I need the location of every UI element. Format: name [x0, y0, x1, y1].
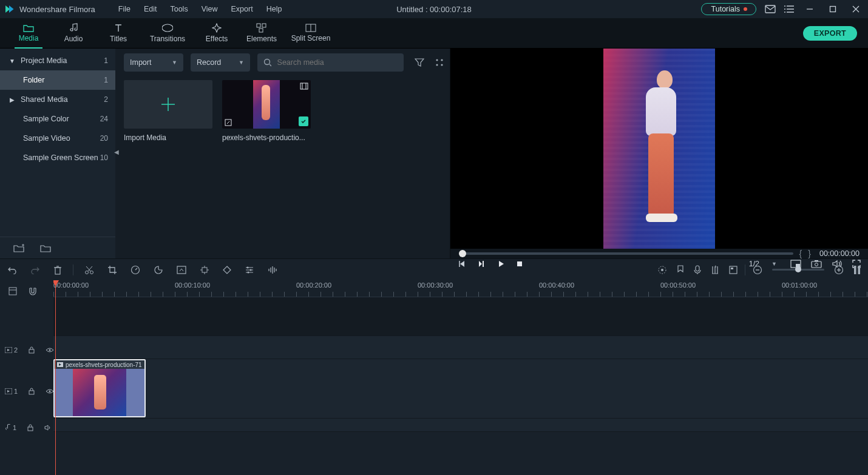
render-button[interactable]: [657, 265, 667, 275]
playhead[interactable]: [55, 280, 56, 475]
timeline-options-icon[interactable]: [8, 287, 17, 295]
play-icon: [57, 362, 63, 367]
tab-transitions[interactable]: Transitions: [141, 18, 194, 49]
timeline: 2 1 1 00:00:00:00 00:00:10:00 00:00:20:0…: [0, 280, 868, 475]
adjust-button[interactable]: [245, 266, 254, 274]
chevron-right-icon: ▶: [8, 96, 16, 103]
svg-rect-84: [28, 427, 33, 431]
sidebar-item-folder[interactable]: Folder 1: [0, 70, 115, 90]
new-folder-plus-icon[interactable]: [13, 244, 24, 252]
svg-rect-11: [257, 24, 260, 27]
split-button[interactable]: [84, 265, 94, 275]
tutorials-button[interactable]: Tutorials: [701, 3, 756, 15]
lock-icon[interactable]: [29, 388, 35, 395]
mail-icon[interactable]: [765, 5, 776, 13]
tab-elements[interactable]: Elements: [239, 18, 284, 49]
sidebar-item-label: Shared Media: [21, 95, 68, 104]
media-clip-card[interactable]: pexels-shvets-productio...: [222, 80, 311, 142]
filter-icon[interactable]: [415, 58, 424, 67]
tab-media[interactable]: Media: [6, 18, 51, 49]
audio-track-1[interactable]: [53, 419, 868, 432]
audio-mixer-button[interactable]: [711, 265, 719, 275]
keyframe-button[interactable]: [223, 266, 231, 274]
lock-icon[interactable]: [29, 346, 35, 354]
tab-label: Titles: [110, 35, 127, 43]
preview-video[interactable]: [450, 49, 868, 249]
search-media[interactable]: [257, 53, 404, 72]
magnet-icon[interactable]: [28, 287, 38, 295]
export-button[interactable]: EXPORT: [803, 26, 857, 41]
crop-button[interactable]: [107, 265, 117, 275]
minimize-button[interactable]: [802, 2, 817, 16]
mark-out-icon[interactable]: }: [808, 249, 811, 258]
video-track-1[interactable]: pexels-shvets-production-71: [53, 359, 868, 419]
speed-button[interactable]: [131, 265, 140, 275]
audio-visualizer-button[interactable]: [268, 266, 279, 274]
sidebar-item-sample-video[interactable]: Sample Video 20: [0, 129, 115, 148]
zoom-out-button[interactable]: [753, 265, 762, 275]
menu-edit[interactable]: Edit: [139, 4, 162, 15]
play-button[interactable]: [497, 260, 505, 268]
clip-expand-icon[interactable]: [225, 119, 232, 126]
record-dropdown[interactable]: Record ▼: [191, 53, 250, 72]
speaker-icon[interactable]: [44, 425, 52, 431]
svg-point-42: [90, 271, 93, 274]
play-pause-button[interactable]: [477, 260, 486, 268]
new-folder-icon[interactable]: [40, 244, 51, 252]
zoom-fit-button[interactable]: [853, 265, 861, 275]
tab-titles[interactable]: Titles: [96, 18, 141, 49]
prev-frame-button[interactable]: [458, 260, 466, 268]
tab-splitscreen[interactable]: Split Screen: [284, 18, 337, 49]
grid-view-icon[interactable]: [435, 58, 444, 67]
clip-thumbnail[interactable]: [222, 80, 311, 129]
menu-strip: File Edit Tools View Export Help: [114, 4, 287, 15]
redo-button[interactable]: [30, 266, 40, 274]
lock-icon[interactable]: [27, 424, 33, 431]
sidebar-item-count: 2: [104, 95, 108, 104]
menu-tools[interactable]: Tools: [165, 4, 192, 15]
delete-button[interactable]: [53, 265, 62, 275]
sidebar-item-shared-media[interactable]: ▶ Shared Media 2: [0, 90, 115, 109]
menu-help[interactable]: Help: [262, 4, 287, 15]
menu-export[interactable]: Export: [226, 4, 258, 15]
stop-button[interactable]: [516, 260, 523, 268]
zoom-slider[interactable]: [772, 269, 824, 271]
import-dropdown[interactable]: Import ▼: [124, 53, 183, 72]
zoom-in-button[interactable]: [834, 265, 844, 275]
timeline-ruler[interactable]: 00:00:00:00 00:00:10:00 00:00:20:00 00:0…: [53, 280, 868, 297]
clip-selected-check-icon[interactable]: [299, 116, 308, 126]
motion-tracking-button[interactable]: [200, 265, 209, 275]
import-media-card[interactable]: Import Media: [124, 80, 212, 142]
svg-rect-8: [830, 7, 836, 12]
svg-rect-74: [854, 266, 856, 274]
maximize-button[interactable]: [826, 2, 840, 16]
sidebar-item-sample-green[interactable]: Sample Green Screen 10: [0, 148, 115, 167]
color-button[interactable]: [154, 265, 163, 275]
tab-effects[interactable]: Effects: [194, 18, 239, 49]
add-media-button[interactable]: [124, 80, 212, 129]
scrub-slider[interactable]: [459, 252, 793, 255]
marker-button[interactable]: [677, 265, 684, 275]
mark-in-icon[interactable]: {: [799, 249, 802, 258]
clip-properties-icon[interactable]: [300, 83, 308, 90]
tab-audio[interactable]: Audio: [51, 18, 96, 49]
collapse-sidebar-icon[interactable]: ◀: [114, 149, 119, 155]
sidebar-item-project-media[interactable]: ▼ Project Media 1: [0, 51, 115, 70]
menu-view[interactable]: View: [197, 4, 223, 15]
svg-point-5: [784, 8, 785, 10]
sidebar-item-sample-color[interactable]: Sample Color 24: [0, 109, 115, 129]
svg-point-18: [265, 59, 270, 65]
greenscreen-button[interactable]: [177, 266, 186, 274]
video-icon: [5, 388, 12, 394]
close-button[interactable]: [849, 2, 863, 16]
undo-button[interactable]: [7, 266, 17, 274]
video-track-2[interactable]: [53, 336, 868, 359]
list-icon[interactable]: [784, 5, 794, 13]
menu-file[interactable]: File: [114, 4, 135, 15]
mini-toolbar-button[interactable]: [729, 266, 737, 274]
voiceover-button[interactable]: [694, 265, 701, 275]
timeline-clip[interactable]: pexels-shvets-production-71: [53, 359, 146, 417]
timeline-body[interactable]: 00:00:00:00 00:00:10:00 00:00:20:00 00:0…: [53, 280, 868, 475]
search-input[interactable]: [277, 58, 398, 67]
sparkle-icon: [212, 23, 222, 33]
